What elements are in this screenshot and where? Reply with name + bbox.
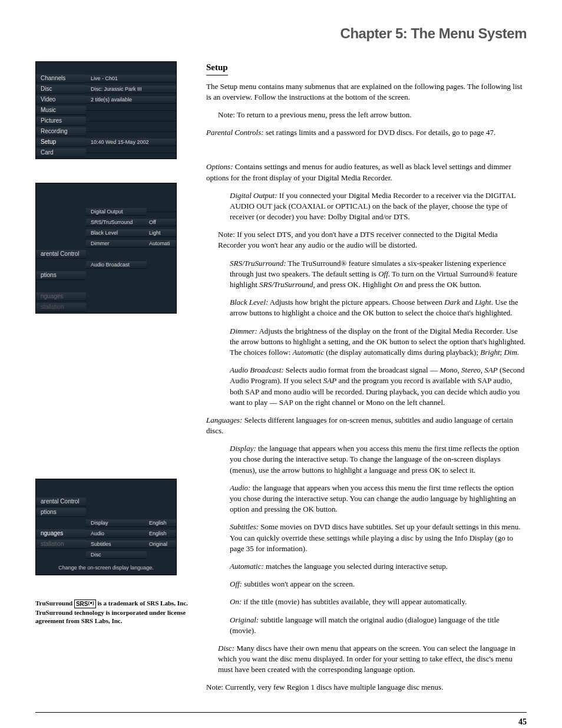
audio-broadcast-text: Audio Broadcast: Selects audio format fr… [230, 365, 527, 408]
body-content: Setup The Setup menu contains many subme… [206, 61, 527, 700]
option-item: Audio [86, 530, 147, 538]
menu-item: Music [36, 106, 86, 115]
option-value: Off [147, 219, 176, 227]
ui-screenshot-languages: arental Control ptions DisplayEnglish ng… [35, 479, 177, 576]
disc-text: Disc: Many discs have their own menu tha… [218, 643, 527, 676]
menu-value [86, 110, 176, 111]
option-item: SRS/TruSurround [86, 219, 147, 227]
menu-item: Pictures [36, 117, 86, 126]
menu-item-selected: Setup [36, 138, 86, 147]
menu-value: Live - Ch01 [86, 75, 176, 83]
menu-value [86, 121, 176, 121]
option-value: Automati [147, 240, 176, 248]
menu-item: Recording [36, 127, 86, 136]
menu-item: Channels [36, 74, 86, 83]
dts-note: Note: If you select DTS, and you don't h… [218, 229, 527, 251]
menu-value: 2 title(s) available [86, 96, 176, 104]
sidebar-item: ptions [36, 271, 86, 280]
subtitle-original-text: Original: subtitle language will match t… [230, 615, 527, 636]
page-number: 45 [35, 712, 527, 728]
parental-controls-text: Parental Controls: set ratings limits an… [206, 127, 527, 138]
menu-value: Disc: Jurassic Park III [86, 85, 176, 94]
languages-text: Languages: Selects different languages f… [206, 415, 527, 436]
option-item: Black Level [86, 229, 147, 238]
region-note: Note: Currently, very few Region 1 discs… [206, 682, 527, 693]
intro-text: The Setup menu contains many submenus th… [206, 81, 527, 103]
sidebar-item: arental Control [36, 250, 86, 259]
option-value [147, 212, 176, 212]
option-item: Display [86, 519, 147, 528]
display-text: Display: the language that appears when … [230, 443, 527, 476]
hint-text: Change the on-screen display language. [36, 561, 176, 575]
options-text: Options: Contains settings and menus for… [206, 162, 527, 183]
option-item: Disc [86, 551, 147, 559]
subtitles-text: Subtitles: Some movies on DVD discs have… [230, 522, 527, 554]
sidebar-item: stallation [36, 303, 86, 312]
subtitle-auto-text: Automatic: matches the language you sele… [230, 561, 527, 572]
option-item: Audio Broadcast [86, 261, 147, 269]
menu-value [86, 153, 176, 153]
trademark-note: TruSurround SRS is a trademark of SRS La… [35, 599, 189, 625]
subtitle-off-text: Off: subtitles won't appear on the scree… [230, 579, 527, 589]
option-value: English [147, 519, 176, 528]
srs-text: SRS/TruSurround: The TruSurround® featur… [230, 258, 527, 291]
note-return: Note: To return to a previous menu, pres… [218, 110, 527, 120]
option-item: Digital Output [86, 208, 147, 216]
option-value: English [147, 530, 176, 538]
option-item: Subtitles [86, 541, 147, 549]
sidebar-item: nguages [36, 292, 86, 301]
ui-screenshot-options: Digital Output SRS/TruSurroundOff Black … [35, 183, 177, 314]
subtitle-on-text: On: if the title (movie) has subtitles a… [230, 597, 527, 607]
left-column: ChannelsLive - Ch01 DiscDisc: Jurassic P… [35, 61, 189, 700]
menu-value [86, 131, 176, 132]
sidebar-item: arental Control [36, 498, 86, 506]
ui-screenshot-main-menu: ChannelsLive - Ch01 DiscDisc: Jurassic P… [35, 61, 177, 159]
sidebar-item-selected: nguages [36, 529, 86, 538]
menu-value: 10:40 Wed 15-May 2002 [86, 139, 176, 147]
menu-item: Disc [36, 85, 86, 94]
srs-logo-icon: SRS [74, 599, 96, 608]
option-item: Dimmer [86, 240, 147, 248]
chapter-title: Chapter 5: The Menu System [35, 24, 527, 44]
audio-text: Audio: the language that appears when yo… [230, 483, 527, 515]
option-value: Light [147, 229, 176, 238]
dimmer-text: Dimmer: Adjusts the brightness of the di… [230, 326, 527, 358]
option-value: Original [147, 541, 176, 549]
black-level-text: Black Level: Adjusts how bright the pict… [230, 297, 527, 318]
sidebar-item: ptions [36, 508, 86, 517]
menu-item: Card [36, 149, 86, 157]
sidebar-item: stallation [36, 540, 86, 549]
digital-output-text: Digital Output: If you connected your Di… [230, 190, 527, 223]
setup-heading: Setup [206, 61, 228, 75]
menu-item: Video [36, 95, 86, 104]
